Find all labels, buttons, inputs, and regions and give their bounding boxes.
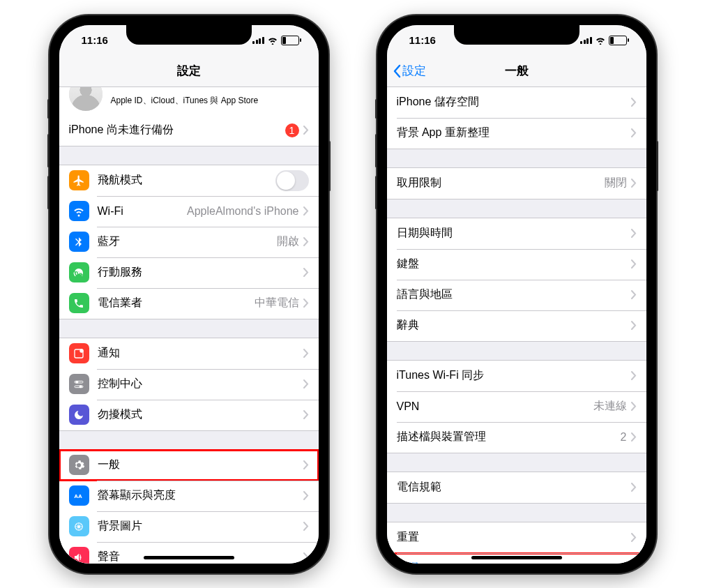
row-label: 背景圖片	[98, 519, 303, 534]
keyboard-row[interactable]: 鍵盤	[387, 249, 646, 280]
restrictions-row[interactable]: 取用限制 關閉	[387, 168, 646, 199]
chevron-right-icon	[631, 402, 637, 411]
apple-id-subtitle: Apple ID、iCloud、iTunes 與 App Store	[111, 95, 259, 107]
general-list[interactable]: iPhone 儲存空間 背景 App 重新整理 取用限制 關閉 日期與時間	[387, 87, 646, 564]
backup-badge: 1	[285, 123, 299, 137]
volume-down-button[interactable]	[375, 176, 377, 209]
power-button[interactable]	[656, 141, 658, 191]
row-label: VPN	[397, 400, 593, 413]
dictionary-row[interactable]: 辭典	[387, 310, 646, 341]
row-label: iTunes Wi-Fi 同步	[397, 368, 631, 383]
language-row[interactable]: 語言與地區	[387, 280, 646, 310]
volume-down-button[interactable]	[47, 176, 50, 209]
bluetooth-icon	[69, 232, 89, 252]
row-label: 勿擾模式	[98, 407, 303, 422]
sound-row[interactable]: 聲音	[59, 542, 319, 564]
row-label: 行動服務	[98, 265, 303, 280]
status-time: 11:16	[76, 34, 108, 46]
display-icon: AA	[69, 485, 89, 506]
home-indicator[interactable]	[144, 556, 234, 559]
control-center-row[interactable]: 控制中心	[59, 369, 319, 400]
display-row[interactable]: AA 螢幕顯示與亮度	[59, 481, 319, 511]
row-label: 通知	[98, 346, 303, 361]
cellular-row[interactable]: 行動服務	[59, 257, 319, 288]
wifi-icon	[595, 36, 606, 45]
chevron-right-icon	[303, 491, 309, 500]
backup-row[interactable]: iPhone 尚未進行備份 1	[59, 115, 319, 146]
notifications-row[interactable]: 通知	[59, 338, 319, 369]
wifi-icon	[267, 36, 278, 45]
row-label: iPhone 儲存空間	[397, 95, 631, 110]
row-label: 取用限制	[397, 176, 605, 190]
chevron-right-icon	[631, 533, 637, 542]
volume-up-button[interactable]	[375, 134, 377, 167]
power-button[interactable]	[328, 141, 331, 191]
chevron-right-icon	[303, 410, 309, 419]
chevron-right-icon	[303, 237, 309, 246]
battery-icon	[609, 36, 627, 45]
row-label: 重置	[397, 530, 631, 545]
row-label: Wi-Fi	[98, 205, 188, 218]
cellular-icon	[69, 262, 89, 282]
vpn-row[interactable]: VPN 未連線	[387, 391, 646, 422]
bg-refresh-row[interactable]: 背景 App 重新整理	[387, 118, 646, 149]
phone-left: 11:16 設定 Apple ID、iCloud、iTunes 與 App St…	[50, 15, 328, 573]
chevron-right-icon	[303, 460, 309, 469]
restrict-value: 關閉	[605, 176, 627, 190]
bt-value: 開啟	[277, 234, 299, 249]
chevron-right-icon	[631, 483, 637, 492]
nav-bar: 設定	[59, 56, 319, 87]
regulatory-row[interactable]: 電信規範	[387, 472, 646, 503]
cellular-signal-icon	[252, 36, 264, 44]
back-button[interactable]: 設定	[393, 56, 426, 86]
settings-list[interactable]: Apple ID、iCloud、iTunes 與 App Store iPhon…	[59, 87, 319, 564]
gear-icon	[69, 455, 89, 475]
chevron-right-icon	[303, 552, 309, 561]
svg-point-1	[79, 349, 83, 352]
chevron-right-icon	[303, 299, 309, 308]
chevron-right-icon	[631, 98, 637, 107]
wifi-value: AppleAlmond's iPhone	[187, 205, 299, 218]
row-label: 語言與地區	[397, 287, 631, 302]
carrier-row[interactable]: 電信業者 中華電信	[59, 288, 319, 319]
chevron-right-icon	[303, 379, 309, 389]
reset-row[interactable]: 重置	[387, 522, 646, 553]
row-label: 電信業者	[98, 296, 255, 310]
chevron-right-icon	[631, 290, 637, 299]
back-label: 設定	[402, 63, 426, 79]
wallpaper-row[interactable]: 背景圖片	[59, 511, 319, 542]
airplane-mode-row[interactable]: 飛航模式	[59, 165, 319, 196]
wifi-row[interactable]: Wi-Fi AppleAlmond's iPhone	[59, 196, 319, 227]
wallpaper-icon	[69, 516, 89, 536]
storage-row[interactable]: iPhone 儲存空間	[387, 87, 646, 118]
dnd-row[interactable]: 勿擾模式	[59, 400, 319, 430]
airplane-toggle[interactable]	[275, 170, 309, 191]
mute-switch[interactable]	[375, 99, 377, 119]
chevron-right-icon	[303, 126, 309, 135]
phone-right: 11:16 設定 一般 iPhone 儲存空間	[377, 15, 656, 573]
avatar	[69, 87, 103, 111]
home-indicator[interactable]	[471, 556, 562, 559]
datetime-row[interactable]: 日期與時間	[387, 218, 646, 249]
chevron-right-icon	[631, 432, 637, 442]
nav-title: 設定	[177, 63, 201, 79]
chevron-right-icon	[303, 522, 309, 531]
row-label: 控制中心	[98, 377, 303, 391]
profiles-row[interactable]: 描述檔與裝置管理 2	[387, 422, 646, 453]
row-label: 螢幕顯示與亮度	[98, 488, 303, 503]
itunes-sync-row[interactable]: iTunes Wi-Fi 同步	[387, 361, 646, 391]
apple-id-row[interactable]: Apple ID、iCloud、iTunes 與 App Store	[59, 87, 319, 115]
mute-switch[interactable]	[47, 99, 50, 119]
general-row[interactable]: 一般	[59, 450, 319, 481]
phone-icon	[69, 293, 89, 313]
chevron-right-icon	[631, 179, 637, 188]
chevron-right-icon	[303, 206, 309, 216]
chevron-right-icon	[631, 371, 637, 380]
row-label: 背景 App 重新整理	[397, 126, 631, 140]
bluetooth-row[interactable]: 藍牙 開啟	[59, 227, 319, 257]
status-time: 11:16	[404, 34, 436, 46]
volume-up-button[interactable]	[47, 134, 50, 167]
wifi-icon	[69, 201, 89, 221]
chevron-right-icon	[631, 128, 637, 137]
nav-bar: 設定 一般	[387, 56, 646, 87]
